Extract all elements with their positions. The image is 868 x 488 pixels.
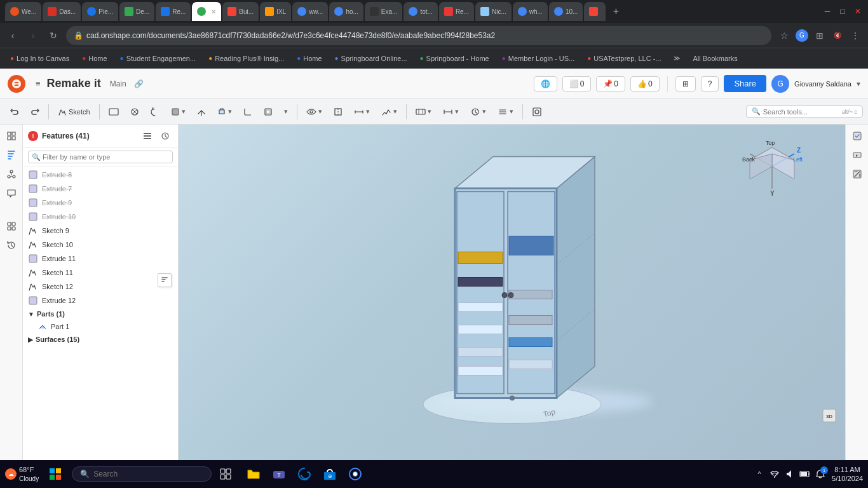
- start-button[interactable]: [44, 463, 67, 485]
- browser-tab-12[interactable]: tot...: [403, 2, 437, 21]
- section-button[interactable]: [329, 105, 348, 119]
- viewport[interactable]: Top: [179, 125, 845, 465]
- panel-expand-button[interactable]: [158, 273, 172, 287]
- taskbar-chrome[interactable]: [344, 463, 367, 485]
- bookmark-canvas[interactable]: ● Log In to Canvas: [5, 53, 74, 64]
- minimize-button[interactable]: ─: [822, 6, 832, 17]
- taskbar-search[interactable]: 🔍: [72, 466, 212, 482]
- solid-shape-button[interactable]: ▾: [166, 105, 191, 119]
- extrude-button[interactable]: [192, 105, 211, 119]
- browser-tab-8[interactable]: IXL: [260, 2, 291, 21]
- taskbar-teams[interactable]: T: [268, 463, 290, 485]
- feature-item-part1[interactable]: Part 1: [23, 320, 178, 333]
- feature-item-extrude9[interactable]: Extrude 9: [23, 196, 178, 210]
- browser-tab-14[interactable]: Nic...: [475, 2, 512, 21]
- feature-item-extrude10[interactable]: Extrude 10: [23, 210, 178, 224]
- browser-tab-1[interactable]: We...: [5, 2, 41, 21]
- close-button[interactable]: ✕: [853, 6, 863, 17]
- chevron-up-tray[interactable]: ^: [753, 468, 766, 480]
- analyze-button[interactable]: ▾: [376, 105, 402, 119]
- redo-button[interactable]: [25, 105, 44, 119]
- user-dropdown-icon[interactable]: ▾: [857, 79, 860, 88]
- feature-item-extrude7[interactable]: Extrude 7: [23, 182, 178, 196]
- bookmark-engagement[interactable]: ● Student Engagemen...: [115, 53, 201, 64]
- measure-button[interactable]: ▾: [349, 105, 375, 119]
- reload-button[interactable]: ↻: [46, 28, 61, 43]
- browser-tab-3[interactable]: Pie...: [82, 2, 118, 21]
- all-bookmarks[interactable]: All Bookmarks: [688, 53, 742, 64]
- measure2-button[interactable]: [848, 165, 866, 183]
- simulation-button[interactable]: [848, 146, 866, 164]
- shell-button[interactable]: [259, 105, 278, 119]
- browser-tab-9[interactable]: ww...: [292, 2, 328, 21]
- feature-item-sketch10[interactable]: Sketch 10: [23, 238, 178, 252]
- center-view-button[interactable]: [527, 104, 547, 119]
- sketch-button[interactable]: Sketch: [53, 105, 95, 119]
- feature-item-extrude12[interactable]: Extrude 12: [23, 294, 178, 308]
- feature-item-sketch12[interactable]: Sketch 12: [23, 280, 178, 294]
- bookmarks-more[interactable]: ≫: [668, 53, 685, 63]
- browser-tab-10[interactable]: ho...: [329, 2, 363, 21]
- globe-button[interactable]: 🌐: [534, 76, 557, 92]
- browser-tab-5[interactable]: Re...: [156, 2, 191, 21]
- feature-tree-button[interactable]: [3, 146, 20, 164]
- grid-view-button[interactable]: ⊞: [675, 76, 696, 92]
- bookmark-springboard1[interactable]: ● Springboard Online...: [330, 53, 412, 64]
- history-button[interactable]: [3, 236, 20, 254]
- browser-tab-16[interactable]: 10...: [549, 2, 583, 21]
- plane-button[interactable]: [104, 105, 124, 119]
- counter-1[interactable]: ⬜ 0: [562, 76, 592, 92]
- taskbar-search-input[interactable]: [93, 470, 182, 478]
- extrude-dropdown[interactable]: ▾: [212, 105, 237, 119]
- weather-widget[interactable]: ☁ 68°F Cloudy: [5, 465, 39, 482]
- profile-button[interactable]: G: [794, 28, 810, 43]
- counter-2[interactable]: 📌 0: [596, 76, 625, 92]
- toolbar-search[interactable]: 🔍 alt/~ c: [746, 105, 863, 118]
- shell-dropdown[interactable]: ▾: [279, 105, 293, 118]
- taskbar-explorer[interactable]: [242, 463, 265, 485]
- bookmark-star-button[interactable]: ☆: [776, 28, 792, 43]
- browser-tab-7[interactable]: Bui...: [222, 2, 259, 21]
- counter-3[interactable]: 👍 0: [630, 76, 660, 92]
- constraint-button[interactable]: ▾: [410, 105, 437, 119]
- fillet-button[interactable]: [238, 105, 257, 119]
- feature-item-sketch9[interactable]: Sketch 9: [23, 224, 178, 238]
- battery-icon[interactable]: [799, 468, 811, 480]
- browser-tab-15[interactable]: wh...: [513, 2, 548, 21]
- mute-button[interactable]: 🔇: [830, 28, 845, 43]
- browser-tab-17[interactable]: [584, 2, 606, 21]
- reference-button[interactable]: ▾: [465, 105, 491, 119]
- feature-item-sketch11[interactable]: Sketch 11: [23, 266, 178, 280]
- maximize-button[interactable]: □: [837, 6, 848, 17]
- parts-section[interactable]: ▼ Parts (1): [23, 308, 178, 320]
- back-button[interactable]: ‹: [5, 28, 20, 43]
- assembly-button[interactable]: [3, 165, 20, 183]
- feature-view-options[interactable]: [140, 128, 155, 144]
- search-input[interactable]: [763, 108, 839, 116]
- dimension-button[interactable]: ▾: [438, 105, 464, 119]
- orientation-gizmo[interactable]: Top Back Left Z Y: [737, 135, 807, 198]
- rotate-button[interactable]: [146, 105, 165, 119]
- tools-panel-button[interactable]: [3, 127, 20, 145]
- bookmark-reading[interactable]: ● Reading Plus® Insig...: [203, 53, 289, 64]
- share-button[interactable]: Share: [724, 75, 766, 92]
- notification-icon[interactable]: 1: [814, 468, 827, 480]
- user-avatar[interactable]: G: [771, 75, 789, 93]
- undo-button[interactable]: [5, 105, 24, 119]
- taskbar-edge[interactable]: [293, 463, 316, 485]
- feature-item-extrude11[interactable]: Extrude 11: [23, 252, 178, 266]
- browser-tab-active[interactable]: ✕: [192, 2, 221, 21]
- bookmark-home1[interactable]: ● Home: [77, 53, 112, 64]
- network-icon[interactable]: [768, 468, 781, 480]
- new-tab-button[interactable]: +: [607, 3, 625, 20]
- feature-item-extrude8[interactable]: Extrude 8: [23, 168, 178, 182]
- transform-button[interactable]: [125, 105, 144, 119]
- taskbar-store[interactable]: ⊕: [318, 463, 341, 485]
- feature-settings[interactable]: [158, 128, 173, 144]
- transform-feature-button[interactable]: ▾: [492, 105, 519, 119]
- bookmark-member[interactable]: ● Member Login - US...: [497, 53, 580, 64]
- comments-button[interactable]: [3, 184, 20, 202]
- browser-tab-4[interactable]: De...: [119, 2, 154, 21]
- view-cube[interactable]: 3D: [820, 406, 839, 427]
- browser-tab-11[interactable]: Exa...: [365, 2, 403, 21]
